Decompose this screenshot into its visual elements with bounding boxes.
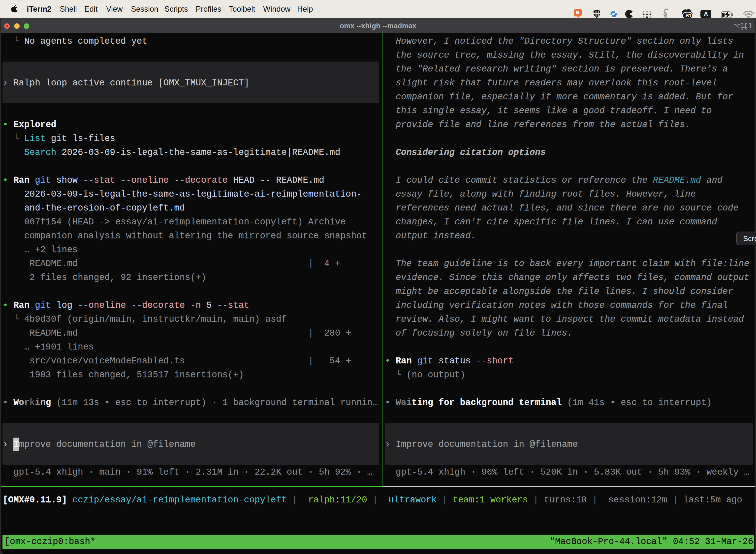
svg-text:..61: ..61 (683, 13, 692, 18)
svg-text:A: A (704, 11, 708, 18)
